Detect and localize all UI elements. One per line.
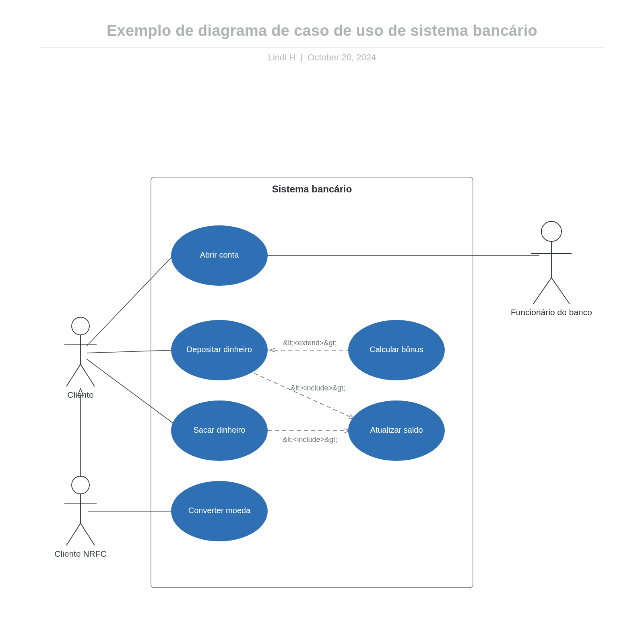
usecase-calcular-bonus: Calcular bônus [348, 320, 445, 380]
assoc-cliente-abrir [87, 256, 173, 346]
include-label-2: &lt;<include>&gt; [283, 436, 337, 444]
assoc-cliente-sacar [87, 359, 175, 425]
usecase-depositar-label: Depositar dinheiro [187, 345, 252, 354]
usecase-sacar-label: Sacar dinheiro [194, 425, 246, 434]
svg-line-9 [66, 364, 80, 386]
usecase-atualizar-saldo: Atualizar saldo [348, 400, 445, 461]
svg-point-11 [72, 476, 89, 494]
actor-cliente-label: Cliente [67, 390, 93, 399]
svg-point-6 [72, 317, 89, 335]
actor-cliente [64, 317, 97, 386]
svg-line-14 [66, 523, 80, 545]
usecase-depositar: Depositar dinheiro [171, 320, 268, 380]
actor-funcionario [531, 221, 572, 304]
usecase-abrir-conta-label: Abrir conta [200, 250, 239, 259]
actor-cliente-nrfc-label: Cliente NRFC [54, 549, 107, 558]
include-depositar-atualizar [248, 370, 354, 419]
usecase-calcular-bonus-label: Calcular bônus [369, 345, 423, 354]
usecase-sacar: Sacar dinheiro [171, 400, 268, 461]
usecase-diagram: Sistema bancário Depositar --> &lt;<exte… [0, 0, 644, 644]
svg-line-10 [80, 364, 95, 386]
system-label: Sistema bancário [272, 184, 352, 194]
svg-line-15 [80, 523, 95, 545]
usecase-abrir-conta: Abrir conta [171, 225, 268, 286]
usecase-converter: Converter moeda [171, 481, 268, 541]
extend-label: &lt;<extend>&gt; [283, 339, 336, 347]
usecase-atualizar-saldo-label: Atualizar saldo [370, 425, 423, 434]
svg-line-19 [533, 278, 551, 304]
svg-point-16 [541, 221, 561, 242]
assoc-cliente-depositar [87, 350, 173, 353]
include-label-1: &lt;<include>&gt; [291, 384, 345, 392]
svg-line-20 [551, 278, 570, 304]
actor-funcionario-label: Funcionário do banco [511, 308, 592, 317]
usecase-converter-label: Converter moeda [188, 506, 251, 515]
actor-cliente-nrfc [64, 476, 97, 545]
